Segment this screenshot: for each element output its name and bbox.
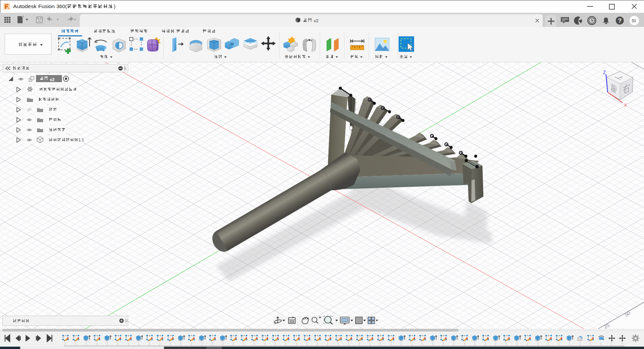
svg-text:Z: Z [603, 69, 606, 75]
svg-text:Autodesk: Autodesk [13, 3, 37, 9]
svg-text:X: X [624, 102, 627, 108]
svg-text:360(: 360( [56, 3, 67, 9]
svg-text:?: ? [618, 18, 621, 24]
svg-text:SI: SI [632, 18, 636, 23]
svg-text:Fusion: Fusion [38, 3, 55, 9]
svg-text:): ) [114, 3, 115, 9]
svg-text:50: 50 [623, 310, 631, 318]
svg-text:1:1: 1:1 [78, 138, 84, 142]
svg-text:v2: v2 [50, 77, 55, 82]
svg-text:v2: v2 [314, 18, 318, 23]
